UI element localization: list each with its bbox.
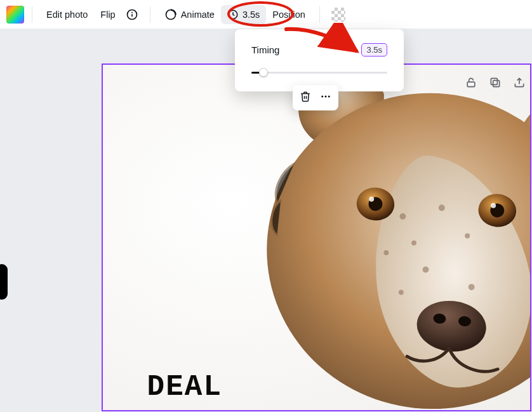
edit-photo-label: Edit photo — [46, 10, 88, 20]
more-horizontal-icon — [320, 91, 331, 105]
svg-point-30 — [325, 96, 327, 98]
toolbar-separator — [150, 6, 150, 23]
slider-track — [251, 72, 387, 74]
position-label: Position — [272, 10, 305, 20]
duplicate-icon — [489, 76, 502, 89]
timing-value-label: 3.5s — [243, 10, 260, 20]
share-button[interactable] — [512, 75, 527, 90]
svg-point-2 — [131, 11, 133, 13]
quick-actions — [463, 75, 527, 90]
timing-slider[interactable] — [251, 68, 387, 77]
info-button[interactable] — [122, 4, 142, 25]
trash-icon — [300, 91, 311, 105]
duplicate-button[interactable] — [488, 75, 503, 90]
element-context-bar — [293, 85, 338, 110]
flip-label: Flip — [100, 10, 115, 20]
svg-rect-26 — [493, 81, 500, 87]
toolbar-separator — [319, 6, 320, 23]
slider-thumb[interactable] — [259, 68, 268, 77]
timing-popover: Timing 3.5s — [235, 29, 404, 91]
timing-popover-label: Timing — [251, 44, 279, 55]
svg-rect-27 — [491, 78, 497, 84]
position-button[interactable]: Position — [266, 6, 312, 23]
meme-text[interactable]: DEAL WITH IT — [128, 274, 241, 411]
svg-point-31 — [328, 96, 330, 98]
share-export-icon — [513, 76, 526, 89]
lock-open-icon — [465, 76, 477, 89]
svg-rect-25 — [467, 82, 475, 87]
animate-circle-icon — [164, 8, 177, 21]
left-edge-handle[interactable] — [0, 264, 8, 300]
transparency-button[interactable] — [328, 4, 349, 25]
transparency-icon — [331, 8, 345, 22]
svg-point-29 — [321, 96, 323, 98]
toolbar-separator — [32, 6, 32, 23]
clock-icon — [227, 9, 239, 20]
timing-value-input[interactable]: 3.5s — [361, 43, 387, 56]
context-toolbar: Edit photo Flip Animate 3.5s Position — [0, 0, 532, 29]
info-icon — [126, 8, 138, 21]
animate-label: Animate — [181, 10, 215, 20]
animate-button[interactable]: Animate — [158, 4, 221, 25]
more-button[interactable] — [320, 92, 331, 103]
flip-button[interactable]: Flip — [94, 6, 121, 23]
edit-photo-button[interactable]: Edit photo — [40, 6, 94, 23]
lock-button[interactable] — [463, 75, 479, 90]
color-swatch-button[interactable] — [6, 6, 24, 23]
meme-text-line-1: DEAL — [128, 365, 241, 410]
timing-button[interactable]: 3.5s — [221, 5, 266, 24]
selected-element-frame[interactable]: DEAL WITH IT — [102, 63, 531, 411]
delete-button[interactable] — [300, 92, 311, 103]
